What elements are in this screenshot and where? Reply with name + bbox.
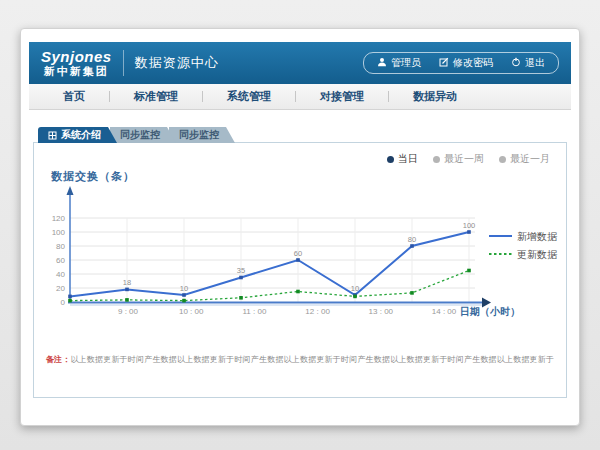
radio-label: 最近一月 <box>510 152 550 166</box>
radio-dot <box>387 156 394 163</box>
note-text: 以上数据更新于时间产生数据以上数据更新于时间产生数据以上数据更新于时间产生数据以… <box>70 355 554 364</box>
data-point[interactable] <box>239 276 243 280</box>
radio-dot <box>433 156 440 163</box>
edit-icon <box>439 57 449 69</box>
y-tick-label: 80 <box>56 242 65 251</box>
content-panel: 当日最近一周最近一月 数据交换（条） 0204060801001209 : 00… <box>33 142 567 398</box>
data-point[interactable] <box>125 288 129 292</box>
note-prefix: 备注： <box>46 355 71 364</box>
data-point[interactable] <box>182 293 186 297</box>
x-tick-label: 11 : 00 <box>242 307 266 316</box>
radio-label: 最近一周 <box>444 152 484 166</box>
radio-option-2[interactable]: 最近一周 <box>433 152 484 166</box>
user-menu: 管理员修改密码退出 <box>363 52 559 74</box>
nav-item-2[interactable]: 标准管理 <box>110 89 202 104</box>
brand-logo-text: Synjones <box>41 49 112 66</box>
tab-label: 同步监控 <box>179 127 219 143</box>
radio-label: 当日 <box>398 152 418 166</box>
tab-2[interactable]: 同步监控 <box>110 127 176 143</box>
power-icon <box>511 57 521 69</box>
x-tick-label: 13 : 00 <box>369 307 394 316</box>
user-menu-label: 修改密码 <box>453 56 493 70</box>
content-area: 系统介绍同步监控同步监控 当日最近一周最近一月 数据交换（条） 02040608… <box>29 110 571 398</box>
data-point[interactable] <box>239 296 243 300</box>
brand-logo: Synjones 新中新集团 <box>41 49 112 78</box>
data-point-label: 80 <box>408 235 416 244</box>
grid-icon <box>48 131 57 140</box>
data-point-label: 18 <box>123 278 131 287</box>
y-tick-label: 120 <box>52 214 66 223</box>
data-point[interactable] <box>467 269 471 273</box>
tab-bar: 系统介绍同步监控同步监控 <box>29 127 571 143</box>
app-window: Synjones 新中新集团 数据资源中心 管理员修改密码退出 首页标准管理系统… <box>20 28 580 426</box>
x-axis-title: 日期（小时） <box>460 306 520 317</box>
time-range-radio-group: 当日最近一周最近一月 <box>387 152 550 166</box>
data-point[interactable] <box>68 299 72 303</box>
data-point[interactable] <box>125 298 129 302</box>
user-menu-label: 管理员 <box>391 56 421 70</box>
chart-svg: 0204060801001209 : 0010 : 0011 : 0012 : … <box>34 183 568 333</box>
y-axis-title: 数据交换（条） <box>51 169 135 184</box>
nav-item-3[interactable]: 系统管理 <box>203 89 295 104</box>
main-nav: 首页标准管理系统管理对接管理数据异动 <box>29 84 571 110</box>
radio-option-1[interactable]: 当日 <box>387 152 418 166</box>
data-point[interactable] <box>296 290 300 294</box>
y-axis-arrow-icon <box>67 186 74 195</box>
x-tick-label: 12 : 00 <box>305 307 330 316</box>
legend-label[interactable]: 更新数据 <box>517 249 558 260</box>
data-point-label: 100 <box>463 221 476 230</box>
x-tick-label: 14 : 00 <box>432 307 457 316</box>
nav-item-4[interactable]: 对接管理 <box>296 89 388 104</box>
tab-label: 系统介绍 <box>61 127 101 143</box>
data-point-label: 35 <box>237 266 245 275</box>
data-point[interactable] <box>68 295 72 299</box>
page-title: 数据资源中心 <box>135 54 219 72</box>
header-divider <box>123 50 124 76</box>
brand-logo-cn-text: 新中新集团 <box>41 65 112 77</box>
x-tick-label: 9 : 00 <box>118 307 139 316</box>
data-point[interactable] <box>467 230 471 234</box>
user-menu-item-2[interactable]: 修改密码 <box>430 55 502 71</box>
user-menu-item-1[interactable]: 管理员 <box>368 55 430 71</box>
app-header: Synjones 新中新集团 数据资源中心 管理员修改密码退出 <box>29 42 571 84</box>
tab-label: 同步监控 <box>120 127 160 143</box>
footer-note: 备注：以上数据更新于时间产生数据以上数据更新于时间产生数据以上数据更新于时间产生… <box>34 354 566 365</box>
y-tick-label: 40 <box>56 270 65 279</box>
data-point[interactable] <box>353 295 357 299</box>
x-tick-label: 10 : 00 <box>179 307 204 316</box>
radio-dot <box>499 156 506 163</box>
y-tick-label: 20 <box>56 284 65 293</box>
data-point[interactable] <box>410 244 414 248</box>
legend-label[interactable]: 新增数据 <box>517 231 558 242</box>
radio-option-3[interactable]: 最近一月 <box>499 152 550 166</box>
data-point[interactable] <box>296 258 300 262</box>
data-point[interactable] <box>410 291 414 295</box>
data-point-label: 10 <box>351 284 359 293</box>
tab-1[interactable]: 系统介绍 <box>38 127 117 143</box>
line-chart: 0204060801001209 : 0010 : 0011 : 0012 : … <box>34 183 568 333</box>
y-tick-label: 0 <box>61 298 66 307</box>
data-point-label: 10 <box>180 284 188 293</box>
user-icon <box>377 57 387 69</box>
nav-item-5[interactable]: 数据异动 <box>389 89 481 104</box>
y-tick-label: 60 <box>56 256 65 265</box>
desktop-background: Synjones 新中新集团 数据资源中心 管理员修改密码退出 首页标准管理系统… <box>0 0 600 450</box>
data-point[interactable] <box>182 299 186 303</box>
data-point-label: 60 <box>294 249 302 258</box>
tab-3[interactable]: 同步监控 <box>169 127 235 143</box>
user-menu-item-3[interactable]: 退出 <box>502 55 554 71</box>
user-menu-label: 退出 <box>525 56 545 70</box>
nav-item-1[interactable]: 首页 <box>39 89 109 104</box>
y-tick-label: 100 <box>52 228 66 237</box>
